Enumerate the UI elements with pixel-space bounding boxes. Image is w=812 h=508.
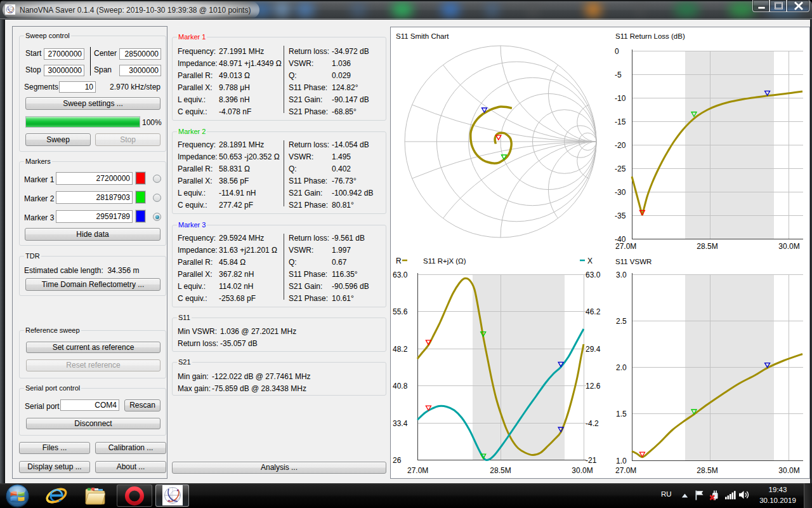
svg-text:-10: -10: [615, 94, 626, 103]
svg-text:1.5: 1.5: [616, 410, 627, 418]
svg-text:30.0M: 30.0M: [778, 466, 799, 475]
svg-text:-20: -20: [615, 141, 626, 150]
svg-text:-30: -30: [615, 188, 626, 197]
svg-text:30.0M: 30.0M: [572, 466, 593, 475]
svg-text:28.5M: 28.5M: [490, 466, 511, 475]
svg-text:29.4: 29.4: [586, 345, 601, 354]
svg-text:R: R: [396, 257, 402, 265]
svg-text:28.5M: 28.5M: [697, 466, 717, 475]
svg-text:28.5M: 28.5M: [697, 242, 717, 251]
svg-text:-35: -35: [615, 211, 626, 220]
svg-text:40.8: 40.8: [393, 382, 408, 391]
svg-text:3.0: 3.0: [616, 271, 627, 279]
svg-text:-4.2: -4.2: [586, 419, 599, 428]
svg-text:0: 0: [615, 47, 619, 56]
svg-text:30.0M: 30.0M: [778, 242, 799, 251]
svg-text:63.0: 63.0: [393, 271, 408, 279]
svg-text:46.2: 46.2: [586, 307, 601, 316]
svg-text:1.0: 1.0: [616, 457, 627, 465]
svg-text:2.5: 2.5: [616, 317, 627, 326]
svg-text:55.6: 55.6: [393, 307, 408, 316]
svg-text:63.0: 63.0: [586, 271, 601, 279]
svg-text:2.0: 2.0: [616, 363, 627, 372]
svg-text:26: 26: [393, 456, 402, 465]
svg-text:-25: -25: [615, 164, 626, 173]
svg-text:-21: -21: [586, 456, 597, 465]
svg-text:S11 R+jX (Ω): S11 R+jX (Ω): [423, 257, 466, 265]
svg-text:48.2: 48.2: [393, 345, 408, 354]
svg-text:S11 Return Loss (dB): S11 Return Loss (dB): [615, 32, 685, 40]
svg-text:27.0M: 27.0M: [615, 466, 636, 475]
svg-text:-5: -5: [615, 70, 622, 79]
svg-text:X: X: [587, 257, 593, 265]
svg-text:12.6: 12.6: [586, 382, 601, 391]
svg-text:27.0M: 27.0M: [615, 242, 636, 251]
svg-text:-15: -15: [615, 117, 626, 126]
svg-text:S11 VSWR: S11 VSWR: [615, 258, 652, 265]
svg-text:33.4: 33.4: [393, 419, 408, 428]
svg-text:27.0M: 27.0M: [407, 466, 428, 475]
svg-text:S11 Smith Chart: S11 Smith Chart: [396, 32, 449, 40]
